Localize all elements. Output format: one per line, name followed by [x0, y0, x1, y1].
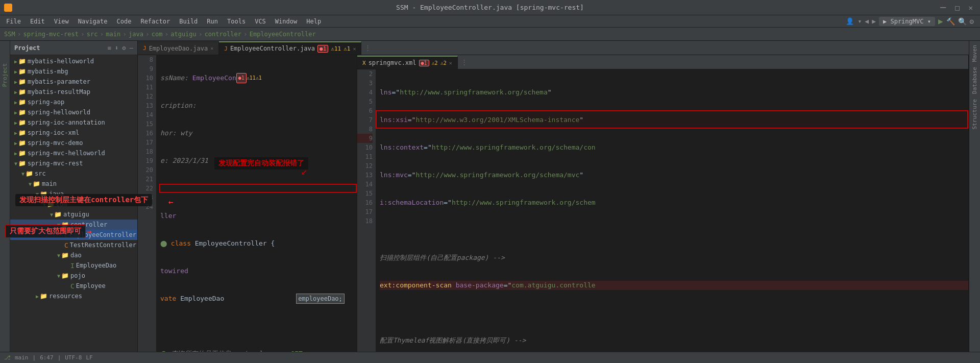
xml-code-lines: 2 3 4 5 6 7 8 9 10 11 12 [357, 69, 968, 352]
xml-editor-pane: X springmvc.xml ●1 ⚠2 ⚠2 ✕ ⋮ [357, 55, 969, 352]
tree-item-employeedao[interactable]: I EmployeeDao [10, 260, 137, 271]
tab-close-employeecontroller[interactable]: ✕ [353, 46, 356, 52]
breadcrumb-main[interactable]: main [106, 31, 120, 38]
database-strip[interactable]: Database [970, 65, 979, 96]
tree-item-spring-ioc-xml[interactable]: ▶ 📁 spring-ioc-xml [10, 128, 137, 138]
maven-strip[interactable]: Maven [970, 43, 979, 64]
sidebar-options[interactable]: ≡ ⬇ ⚙ — [107, 44, 133, 52]
close-button[interactable]: ✕ [966, 4, 976, 12]
menu-navigate[interactable]: Navigate [74, 17, 112, 26]
sidebar-tree: ▶ 📁 mybatis-helloworld ▶ 📁 mybatis-mbg ▶… [10, 55, 137, 352]
breadcrumb-java[interactable]: java [129, 31, 143, 38]
menu-edit[interactable]: Edit [26, 17, 49, 26]
tree-item-resources[interactable]: ▶ 📁 resources [10, 291, 137, 301]
tree-item-controller[interactable]: ▼ 📁 controller [10, 220, 137, 230]
menu-tools[interactable]: Tools [223, 17, 250, 26]
tree-item-atguigu[interactable]: ▼ 📁 atguigu [10, 209, 137, 220]
tree-item-testrestcontroller[interactable]: C TestRestController [10, 240, 137, 250]
menu-build[interactable]: Build [175, 17, 202, 26]
folder-icon: 📁 [61, 252, 69, 259]
encoding[interactable]: UTF-8 [65, 354, 82, 361]
settings-button[interactable]: ⚙ [970, 17, 974, 26]
breadcrumb-atguigu[interactable]: atguigu [170, 31, 197, 38]
xml-line-10 [380, 308, 968, 318]
left-editor-content[interactable]: 8 9 10 11 12 13 14 15 16 17 18 [138, 55, 357, 352]
app-icon [4, 4, 12, 12]
tree-item-employeecontroller[interactable]: C EmployeeController [10, 230, 137, 240]
breadcrumb-controller[interactable]: controller [205, 31, 241, 38]
sidebar-area: Project Project ≡ ⬇ ⚙ — ▶ 📁 mybatis-hell… [0, 41, 138, 352]
maximize-button[interactable]: □ [952, 4, 962, 12]
xml-line-3: lns:xsi="http://www.w3.org/2001/XMLSchem… [380, 115, 968, 125]
xml-tab-overflow[interactable]: ⋮ [458, 58, 471, 66]
line-col[interactable]: 6:47 [40, 354, 54, 361]
tab-overflow[interactable]: ⋮ [361, 44, 374, 52]
tab-springmvc[interactable]: X springmvc.xml ●1 ⚠2 ⚠2 ✕ [357, 56, 458, 69]
right-panel: J EmployeeDao.java ✕ J EmployeeControlle… [138, 41, 980, 352]
tree-item-com[interactable]: ▼ 📁 com [10, 199, 137, 209]
status-bar: ⎇ main | 6:47 | UTF-8 LF [0, 352, 980, 363]
menu-run[interactable]: Run [203, 17, 222, 26]
menu-refactor[interactable]: Refactor [136, 17, 174, 26]
tab-employeecontroller[interactable]: J EmployeeController.java ●1 ⚠11 ⚠1 ✕ [219, 41, 361, 55]
xml-line-8: 扫描控制层组件(自己配置package) --> [380, 253, 968, 262]
nav-back[interactable]: ◀ [865, 17, 869, 25]
menu-code[interactable]: Code [113, 17, 136, 26]
nav-forward[interactable]: ▶ [872, 17, 876, 25]
tree-item-main[interactable]: ▼ 📁 main [10, 179, 137, 189]
tab-close-employeedao[interactable]: ✕ [210, 45, 213, 51]
tree-item-mybatis-mbg[interactable]: ▶ 📁 mybatis-mbg [10, 66, 137, 77]
project-strip-label[interactable]: Project [1, 61, 9, 89]
menu-view[interactable]: View [50, 17, 73, 26]
tab-employeedao[interactable]: J EmployeeDao.java ✕ [138, 41, 219, 55]
folder-icon: 📁 [40, 293, 47, 300]
left-editor-pane: 8 9 10 11 12 13 14 15 16 17 18 [138, 55, 357, 352]
run-config[interactable]: ▶ SpringMVC ▾ [879, 17, 935, 26]
warn-count2: ⚠1 [344, 45, 350, 52]
tree-item-spring-ioc-annotation[interactable]: ▶ 📁 spring-ioc-annotation [10, 117, 137, 128]
line-endings[interactable]: LF [86, 354, 92, 361]
menu-file[interactable]: File [2, 17, 25, 26]
tree-item-spring-mvc-demo[interactable]: ▶ 📁 spring-mvc-demo [10, 138, 137, 148]
build-button[interactable]: 🔨 [946, 17, 955, 26]
menu-window[interactable]: Window [271, 17, 301, 26]
xml-editor-content[interactable]: 2 3 4 5 6 7 8 9 10 11 12 [357, 69, 968, 352]
xml-line-4: lns:context="http://www.springframework.… [380, 143, 968, 152]
minimize-button[interactable]: ─ [937, 2, 949, 13]
breadcrumb-spring-mvc-rest[interactable]: spring-mvc-rest [23, 31, 79, 38]
tree-item-spring-aop[interactable]: ▶ 📁 spring-aop [10, 97, 137, 107]
tree-item-employee[interactable]: C Employee [10, 281, 137, 291]
search-button[interactable]: 🔍 [958, 17, 967, 26]
tree-item-pojo[interactable]: ▼ 📁 pojo [10, 271, 137, 281]
menu-help[interactable]: Help [302, 17, 325, 26]
folder-icon: 📁 [18, 129, 26, 136]
tree-item-src[interactable]: ▼ 📁 src [10, 168, 137, 179]
tree-item-mybatis-resultmap[interactable]: ▶ 📁 mybatis-resultMap [10, 87, 137, 97]
tree-item-mybatis-helloworld[interactable]: ▶ 📁 mybatis-helloworld [10, 56, 137, 66]
tree-item-dao[interactable]: ▼ 📁 dao [10, 250, 137, 260]
tree-item-spring-helloworld[interactable]: ▶ 📁 spring-helloworld [10, 107, 137, 117]
title-bar: SSM - EmployeeController.java [spring-mv… [0, 0, 980, 15]
class-icon: C [70, 282, 75, 290]
breadcrumb-employeecontroller[interactable]: EmployeeController [250, 31, 316, 38]
menu-vcs[interactable]: VCS [251, 17, 270, 26]
tree-item-java[interactable]: ▼ 📁 java [10, 189, 137, 199]
code-line-11: e: 2023/1/31 [160, 156, 357, 165]
git-branch[interactable]: main [15, 354, 29, 361]
folder-icon: 📁 [18, 58, 26, 65]
breadcrumb-com[interactable]: com [152, 31, 163, 38]
tab-close-springmvc[interactable]: ✕ [449, 60, 452, 66]
breadcrumb-ssm[interactable]: SSM [4, 31, 15, 38]
tree-item-spring-mvc-helloworld[interactable]: ▶ 📁 spring-mvc-helloworld [10, 148, 137, 158]
menu-bar: File Edit View Navigate Code Refactor Bu… [0, 15, 980, 28]
code-lines-left: 8 9 10 11 12 13 14 15 16 17 18 [138, 55, 357, 352]
tree-item-spring-mvc-rest[interactable]: ▼ 📁 spring-mvc-rest [10, 158, 137, 168]
line-numbers-left: 8 9 10 11 12 13 14 15 16 17 18 [138, 55, 156, 352]
run-button[interactable]: ▶ [938, 16, 943, 26]
git-icon: ⎇ [4, 354, 11, 361]
structure-strip[interactable]: Structure [970, 97, 979, 132]
java-file-icon-active: J [224, 45, 228, 52]
tree-item-mybatis-parameter[interactable]: ▶ 📁 mybatis-parameter [10, 77, 137, 87]
xml-line-9: ext:component-scan base-package="com.atg… [380, 281, 968, 290]
breadcrumb-src[interactable]: src [87, 31, 98, 38]
